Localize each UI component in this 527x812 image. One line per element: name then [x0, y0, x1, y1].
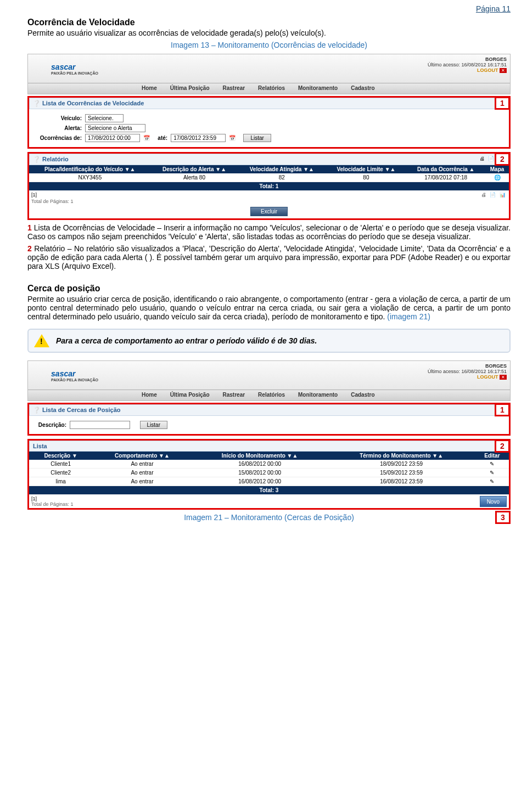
table-row: NXY3455 Alerta 80 82 80 17/08/2012 07:18… [29, 173, 509, 182]
th-data[interactable]: Data da Ocorrência ▲ [406, 165, 485, 173]
panel-header-lista: Lista [29, 441, 509, 452]
logout-link[interactable]: LOGOUT [477, 67, 498, 73]
body-text-1: 1 Lista de Ocorrências de Velocidade – I… [27, 223, 511, 241]
th-mapa: Mapa [485, 165, 509, 173]
note-text: Para a cerca de comportamento ao entrar … [56, 336, 317, 345]
nav-home[interactable]: Home [135, 83, 164, 94]
status-block: BORGES Último acesso: 16/08/2012 16:17:5… [121, 54, 510, 83]
excluir-button[interactable]: Excluir [250, 207, 288, 216]
select-alerta[interactable]: Selecione o Alerta [85, 124, 145, 132]
th-desc[interactable]: Descrição ▼ [29, 452, 92, 460]
page-count: Total de Páginas: 1 [29, 199, 509, 204]
table-row: Cliente2Ao entrar15/08/2012 00:0015/09/2… [29, 469, 509, 477]
nav-home[interactable]: Home [135, 390, 164, 401]
page-list[interactable]: [1] [31, 496, 74, 501]
map-icon[interactable]: 🌐 [485, 173, 509, 182]
navbar: Home Última Posição Rastrear Relatórios … [28, 83, 510, 94]
panel-header-ocorrencias: ❔ Lista de Ocorrências de Velocidade [29, 98, 509, 109]
label-ocorrencias: Ocorrências de: [33, 135, 82, 141]
nav-cadastro[interactable]: Cadastro [344, 83, 381, 94]
section1-desc: Permite ao usuário visualizar as ocorrên… [27, 29, 511, 37]
section2-desc: Permite ao usuário criar cerca de posiçã… [27, 295, 511, 321]
callout-3: 3 [495, 511, 511, 524]
nav-relatorios[interactable]: Relatórios [251, 390, 291, 401]
table-cercas: Descrição ▼ Comportamento ▼▲ Início do M… [29, 452, 509, 495]
close-icon[interactable]: ✕ [500, 375, 507, 380]
page-number: Página 11 [27, 0, 511, 13]
callout-2: 2 [495, 153, 510, 166]
callout-1: 1 [495, 97, 510, 110]
body-text-2: 2 Relatório – No relatório são visualiza… [27, 244, 511, 270]
section1-title: Ocorrência de Velocidade [27, 18, 511, 27]
app-screenshot-1: sascarPAIXÃO PELA INOVAÇÃO BORGES Último… [27, 54, 511, 94]
nav-ultimaposicao[interactable]: Última Posição [164, 83, 216, 94]
redbox-1: 1 ❔ Lista de Ocorrências de Velocidade V… [27, 96, 511, 149]
close-icon[interactable]: ✕ [500, 68, 507, 73]
select-veiculo[interactable]: Selecione. [85, 114, 124, 122]
total-row: Total: 1 [29, 182, 509, 191]
edit-icon[interactable]: ✎ [475, 477, 509, 486]
th-vel-atingida[interactable]: Velocidade Atingida ▼▲ [238, 165, 326, 173]
listar-button[interactable]: Listar [243, 134, 271, 142]
nav-relatorios[interactable]: Relatórios [251, 83, 291, 94]
panel-header-cercas: ❔ Lista de Cercas de Posição [29, 404, 509, 416]
nav-monitoramento[interactable]: Monitoramento [291, 83, 344, 94]
nav-cadastro[interactable]: Cadastro [344, 390, 381, 401]
edit-icon[interactable]: ✎ [475, 460, 509, 469]
nav-rastrear[interactable]: Rastrear [216, 83, 252, 94]
label-veiculo: Veículo: [33, 115, 82, 121]
page-list[interactable]: [1] [31, 192, 37, 198]
callout-c1: 1 [495, 403, 510, 416]
app-screenshot-2: sascarPAIXÃO PELA INOVAÇÃO BORGES Último… [27, 360, 511, 401]
table-relatorio: Placa/Identificação do Veículo ▼▲ Descri… [29, 165, 509, 191]
logo: sascarPAIXÃO PELA INOVAÇÃO [28, 54, 121, 83]
nav-monitoramento[interactable]: Monitoramento [291, 390, 344, 401]
nav-ultimaposicao[interactable]: Última Posição [164, 390, 216, 401]
label-alerta: Alerta: [33, 125, 82, 131]
section2-title: Cerca de posição [27, 284, 511, 294]
page-count: Total de Páginas: 1 [31, 501, 74, 507]
th-editar: Editar [475, 452, 509, 460]
th-placa[interactable]: Placa/Identificação do Veículo ▼▲ [29, 165, 151, 173]
navbar: Home Última Posição Rastrear Relatórios … [28, 390, 510, 401]
input-descricao[interactable] [70, 421, 130, 429]
note-box: Para a cerca de comportamento ao entrar … [27, 329, 511, 353]
th-comp[interactable]: Comportamento ▼▲ [92, 452, 192, 460]
caption-img21: Imagem 21 – Monitoramento (Cercas de Pos… [27, 513, 511, 522]
redbox-cercas-1: 1 ❔ Lista de Cercas de Posição Descrição… [27, 403, 511, 436]
label-ate: até: [158, 135, 167, 141]
table-row: Cliente1Ao entrar16/08/2012 00:0018/09/2… [29, 460, 509, 469]
th-termino[interactable]: Término do Monitoramento ▼▲ [328, 452, 475, 460]
nav-rastrear[interactable]: Rastrear [216, 390, 252, 401]
input-data-ate[interactable]: 17/08/2012 23:59 [171, 134, 226, 142]
th-vel-limite[interactable]: Velocidade Limite ▼▲ [326, 165, 406, 173]
label-descricao: Descrição: [33, 422, 66, 428]
panel-header-relatorio: ❔ Relatório 🖨 📄 📊 [29, 154, 509, 165]
export-icons-2[interactable]: 🖨 📄 📊 [481, 192, 507, 198]
redbox-cercas-2: 2 Lista Descrição ▼ Comportamento ▼▲ Iní… [27, 439, 511, 510]
warning-icon [34, 334, 49, 347]
th-descricao[interactable]: Descrição do Alerta ▼▲ [151, 165, 238, 173]
listar-button-2[interactable]: Listar [140, 421, 167, 429]
table-row: limaAo entrar16/08/2012 00:0016/08/2012 … [29, 477, 509, 486]
caption-img13: Imagem 13 – Monitoramento (Ocorrências d… [27, 41, 511, 49]
th-inicio[interactable]: Início do Monitoramento ▼▲ [192, 452, 328, 460]
status-block: BORGES Último acesso: 16/08/2012 16:17:5… [121, 361, 510, 390]
input-data-de[interactable]: 17/08/2012 00:00 [85, 134, 140, 142]
logo: sascarPAIXÃO PELA INOVAÇÃO [28, 361, 121, 390]
logout-link[interactable]: LOGOUT [477, 374, 498, 380]
edit-icon[interactable]: ✎ [475, 469, 509, 477]
redbox-2: 2 ❔ Relatório 🖨 📄 📊 Placa/Identificação … [27, 152, 511, 220]
callout-c2: 2 [495, 439, 510, 453]
novo-button[interactable]: Novo [480, 496, 507, 507]
total-row: Total: 3 [29, 486, 509, 495]
